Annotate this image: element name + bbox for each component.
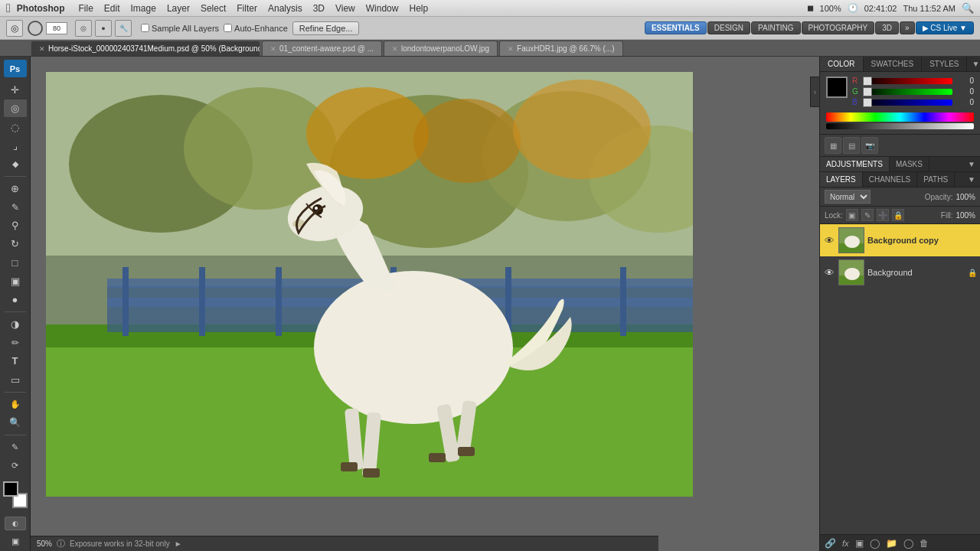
tab-content-aware[interactable]: ✕ 01_content-aware.psd @ ... bbox=[262, 41, 382, 56]
brush-preview-area[interactable]: 80 bbox=[28, 21, 67, 36]
layers-expand[interactable]: ▼ bbox=[963, 172, 980, 187]
lock-image[interactable]: ✎ bbox=[861, 209, 874, 221]
lock-all[interactable]: 🔒 bbox=[892, 209, 904, 221]
canvas-area[interactable]: 50% ⓘ Exposure works in 32-bit only ► bbox=[31, 57, 819, 551]
note-tool[interactable]: ✎ bbox=[4, 439, 27, 456]
r-slider[interactable] bbox=[863, 78, 952, 84]
tab-close-london[interactable]: ✕ bbox=[392, 45, 398, 53]
clone-stamp-tool[interactable]: ⚲ bbox=[4, 217, 27, 234]
blend-mode-select[interactable]: Normal Multiply Screen bbox=[825, 190, 871, 204]
menu-edit[interactable]: Edit bbox=[100, 2, 125, 15]
layer-link-icon[interactable]: 🔗 bbox=[825, 538, 836, 549]
tab-close-horse[interactable]: ✕ bbox=[39, 45, 45, 53]
zoom-tool[interactable]: 🔍 bbox=[4, 414, 27, 432]
tab-channels[interactable]: CHANNELS bbox=[863, 172, 917, 187]
layer-delete-icon[interactable]: 🗑 bbox=[920, 538, 929, 549]
layer-background-copy[interactable]: 👁 Background copy bbox=[820, 224, 980, 256]
layer-visibility-bg-copy[interactable]: 👁 bbox=[823, 234, 835, 246]
md-icon-3[interactable]: 📷 bbox=[861, 137, 878, 154]
foreground-color-well[interactable] bbox=[3, 481, 18, 497]
tab-swatches[interactable]: SWATCHES bbox=[864, 57, 923, 71]
tab-paths[interactable]: PATHS bbox=[917, 172, 955, 187]
workspace-essentials[interactable]: ESSENTIALS bbox=[645, 21, 707, 34]
spot-heal-tool[interactable]: ⊕ bbox=[4, 180, 27, 197]
layer-new-icon[interactable]: ◯ bbox=[903, 538, 913, 549]
status-arrow[interactable]: ► bbox=[175, 540, 182, 548]
text-tool[interactable]: T bbox=[4, 352, 27, 370]
menu-select[interactable]: Select bbox=[196, 2, 230, 15]
eraser-tool[interactable]: □ bbox=[4, 254, 27, 272]
color-panel-expand[interactable]: ▼ bbox=[967, 57, 980, 71]
tab-color[interactable]: COLOR bbox=[820, 57, 864, 71]
hand-tool[interactable]: ✋ bbox=[4, 396, 27, 413]
menu-layer[interactable]: Layer bbox=[162, 2, 194, 15]
auto-enhance-checkbox[interactable] bbox=[224, 24, 232, 32]
md-icon-2[interactable]: ▤ bbox=[843, 137, 860, 154]
cs-live[interactable]: ▶ CS Live ▼ bbox=[916, 21, 974, 34]
tab-psd-horse[interactable]: ✕ Horse-iStock_000002403741Medium.psd @ … bbox=[31, 41, 260, 56]
menu-view[interactable]: View bbox=[331, 2, 360, 15]
layer-mask-icon[interactable]: ▣ bbox=[855, 538, 864, 549]
tab-adjustments[interactable]: ADJUSTMENTS bbox=[820, 157, 890, 171]
panel-collapse-left[interactable]: › bbox=[810, 77, 819, 107]
opacity-value[interactable]: 100% bbox=[956, 193, 975, 201]
blur-tool[interactable]: ● bbox=[4, 291, 27, 308]
layer-background[interactable]: 👁 Background 🔒 bbox=[820, 256, 980, 289]
move-tool[interactable]: ✛ bbox=[4, 81, 27, 99]
menu-window[interactable]: Window bbox=[361, 2, 403, 15]
g-slider[interactable] bbox=[863, 89, 952, 95]
fg-color-swatch[interactable] bbox=[826, 77, 848, 98]
gradient-tool[interactable]: ▣ bbox=[4, 272, 27, 290]
workspace-painting[interactable]: PAINTING bbox=[751, 21, 800, 34]
workspace-design[interactable]: DESIGN bbox=[707, 21, 750, 34]
lock-position[interactable]: ➕ bbox=[877, 209, 889, 221]
layer-group-icon[interactable]: 📁 bbox=[886, 538, 897, 549]
tab-london[interactable]: ✕ londontowerpanoLOW.jpg bbox=[384, 41, 498, 56]
pen-tool[interactable]: ✏ bbox=[4, 334, 27, 351]
tab-fauxhdr[interactable]: ✕ FauxHDR1.jpg @ 66.7% (...) bbox=[499, 41, 622, 56]
tab-close-fauxhdr[interactable]: ✕ bbox=[508, 45, 514, 53]
layer-visibility-bg[interactable]: 👁 bbox=[823, 266, 835, 279]
search-icon[interactable]: 🔍 bbox=[962, 2, 974, 14]
mid-expand[interactable]: ▼ bbox=[963, 157, 980, 171]
b-slider[interactable] bbox=[863, 99, 952, 106]
color-wells[interactable] bbox=[2, 481, 29, 508]
tab-styles[interactable]: STYLES bbox=[922, 57, 967, 71]
quick-mask-toggle[interactable]: ◐ bbox=[5, 517, 26, 530]
tab-masks[interactable]: MASKS bbox=[890, 157, 929, 171]
crop-tool[interactable]: ⌟ bbox=[4, 137, 27, 155]
refine-edge-button[interactable]: Refine Edge... bbox=[292, 21, 360, 35]
history-brush-tool[interactable]: ↻ bbox=[4, 235, 27, 253]
menu-filter[interactable]: Filter bbox=[232, 2, 262, 15]
layer-adj-icon[interactable]: ◯ bbox=[870, 538, 880, 549]
color-gradient-bar[interactable] bbox=[826, 123, 974, 129]
workspace-more[interactable]: » bbox=[900, 21, 915, 34]
info-icon[interactable]: ⓘ bbox=[57, 538, 65, 549]
quick-select-tool[interactable]: ◎ bbox=[4, 99, 27, 117]
menu-image[interactable]: Image bbox=[126, 2, 161, 15]
dodge-tool[interactable]: ◑ bbox=[4, 315, 27, 333]
md-icon-1[interactable]: ▦ bbox=[825, 137, 841, 154]
color-spectrum-bar[interactable] bbox=[826, 112, 974, 122]
auto-enhance-label[interactable]: Auto-Enhance bbox=[224, 24, 288, 33]
screen-mode-toggle[interactable]: ▣ bbox=[4, 533, 27, 551]
layer-fx-icon[interactable]: fx bbox=[842, 539, 849, 548]
menu-3d[interactable]: 3D bbox=[309, 2, 329, 15]
shape-tool[interactable]: ▭ bbox=[4, 370, 27, 388]
3d-tool[interactable]: ⟳ bbox=[4, 457, 27, 474]
apple-menu[interactable]:  bbox=[6, 2, 11, 15]
brush-tool[interactable]: ✎ bbox=[4, 198, 27, 216]
tab-close-content[interactable]: ✕ bbox=[270, 45, 276, 53]
lasso-tool[interactable]: ◌ bbox=[4, 118, 27, 135]
lock-transparency[interactable]: ▣ bbox=[846, 209, 858, 221]
workspace-photography[interactable]: PHOTOGRAPHY bbox=[802, 21, 875, 34]
workspace-3d[interactable]: 3D bbox=[875, 21, 899, 34]
fill-value[interactable]: 100% bbox=[956, 211, 975, 220]
eyedropper-tool[interactable]: ◆ bbox=[4, 155, 27, 173]
sample-all-layers-label[interactable]: Sample All Layers bbox=[141, 24, 219, 33]
sample-all-layers-checkbox[interactable] bbox=[141, 24, 149, 32]
tab-layers[interactable]: LAYERS bbox=[820, 172, 863, 187]
menu-help[interactable]: Help bbox=[404, 2, 433, 15]
menu-analysis[interactable]: Analysis bbox=[263, 2, 307, 15]
menu-file[interactable]: File bbox=[74, 2, 98, 15]
